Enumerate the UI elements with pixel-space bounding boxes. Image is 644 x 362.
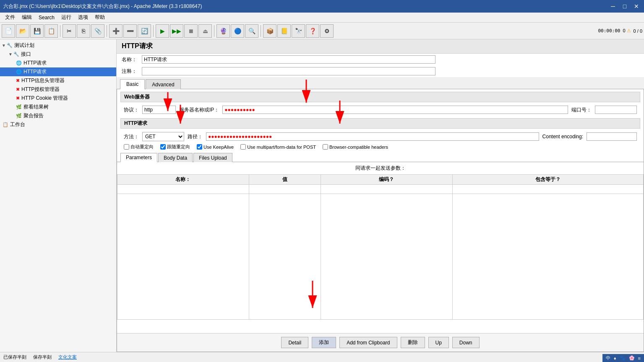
browser-headers-option[interactable]: Browser-compatible headers	[323, 144, 388, 150]
sidebar-item-aggregate[interactable]: 🌿 聚合报告	[0, 111, 116, 120]
sidebar-item-http-cookie[interactable]: ✖ HTTP Cookie 管理器	[0, 94, 116, 103]
workbench-icon: 📋	[3, 122, 8, 127]
follow-redirect-option[interactable]: 跟随重定向	[160, 144, 190, 150]
path-label: 路径：	[188, 133, 203, 140]
multipart-label: Use multipart/form-data for POST	[247, 145, 316, 150]
toolbar-help[interactable]: ❓	[306, 24, 319, 38]
toolbar-remote-start[interactable]: 🔮	[216, 24, 230, 38]
toolbar-copy[interactable]: ⎘	[77, 24, 90, 38]
sidebar-item-view-results[interactable]: 🌿 察看结果树	[0, 103, 116, 111]
sidebar-item-test-plan[interactable]: ▼ 🔧 测试计划	[0, 41, 116, 50]
cell-encoded	[321, 185, 453, 194]
method-select[interactable]: GET POST PUT DELETE HEAD OPTIONS PATCH T…	[142, 132, 184, 141]
title-bar: 六合彩.jmx (C:\Users\jltx1\Desktop\文案文件\六合彩…	[0, 0, 644, 13]
separator-5	[261, 25, 261, 37]
sidebar-label-aggregate: 聚合报告	[23, 112, 44, 119]
comment-input[interactable]	[142, 67, 435, 75]
menu-search[interactable]: Search	[35, 14, 58, 21]
sidebar-item-http-info[interactable]: ✖ HTTP信息头管理器	[0, 76, 116, 85]
toolbar-stop[interactable]: ⏹	[184, 24, 198, 38]
toolbar-shutdown[interactable]: ⏏	[198, 24, 212, 38]
sidebar-item-workbench[interactable]: 📋 工作台	[0, 120, 116, 129]
sidebar-item-http-req-2[interactable]: 🌐 HTTP请求	[0, 67, 116, 76]
multipart-option[interactable]: Use multipart/form-data for POST	[240, 144, 316, 150]
delete-button[interactable]: 删除	[401, 337, 425, 348]
path-input[interactable]	[206, 132, 539, 141]
cell-value-2	[249, 194, 321, 320]
sidebar-item-http-auth[interactable]: ✖ HTTP授权管理器	[0, 85, 116, 94]
toolbar-remote-exit[interactable]: 🔍	[245, 24, 258, 38]
menu-edit[interactable]: 编辑	[18, 13, 35, 22]
minimize-button[interactable]: ─	[609, 2, 617, 10]
detail-button[interactable]: Detail	[281, 337, 308, 348]
cell-encoded-2	[321, 194, 453, 320]
toolbar-save-as[interactable]: 📋	[44, 24, 58, 38]
toolbar-expand[interactable]: ➕	[109, 24, 123, 38]
tab-parameters[interactable]: Parameters	[120, 153, 157, 162]
add-button[interactable]: 添加	[312, 337, 336, 348]
http-info-icon: ✖	[16, 78, 20, 83]
tab-advanced[interactable]: Advanced	[146, 79, 180, 89]
close-button[interactable]: ✕	[632, 2, 641, 10]
browser-headers-checkbox[interactable]	[323, 144, 328, 150]
separator-1	[60, 25, 60, 37]
tab-basic[interactable]: Basic	[120, 79, 145, 89]
toolbar-save[interactable]: 💾	[30, 24, 44, 38]
params-area: 同请求一起发送参数： 名称： 值 编码？ 包含等于？	[117, 162, 644, 333]
toolbar-start[interactable]: ▶	[156, 24, 169, 38]
tab-files-upload[interactable]: Files Upload	[193, 153, 232, 162]
auto-redirect-option[interactable]: 自动重定向	[124, 144, 154, 150]
keep-alive-checkbox[interactable]	[197, 144, 202, 150]
toolbar-clear-all[interactable]: 🔭	[292, 24, 305, 38]
toolbar-function-helper[interactable]: 📒	[277, 24, 291, 38]
sidebar: ▼ 🔧 测试计划 ▼ 🔧 接口 🌐 HTTP请求 🌐 HTTP请求 ✖ HT	[0, 39, 117, 352]
http-request-section-header: HTTP请求	[120, 118, 640, 129]
hostname-label: 服务器名称或IP：	[179, 106, 219, 114]
auto-redirect-checkbox[interactable]	[124, 144, 129, 150]
separator-3	[153, 25, 154, 37]
panel-header: HTTP请求	[117, 39, 644, 54]
method-label: 方法：	[124, 133, 139, 140]
toolbar-open[interactable]: 📂	[16, 24, 29, 38]
port-input[interactable]	[595, 106, 637, 114]
toolbar-cut[interactable]: ✂	[63, 24, 76, 38]
sidebar-item-http-req-1[interactable]: 🌐 HTTP请求	[0, 59, 116, 67]
http-req-2-icon: 🌐	[16, 69, 22, 75]
sidebar-item-interface[interactable]: ▼ 🔧 接口	[0, 50, 116, 59]
tab-body-data[interactable]: Body Data	[158, 153, 193, 162]
web-server-section-header: Web服务器	[120, 92, 640, 102]
down-button[interactable]: Down	[452, 337, 480, 348]
ime-lang[interactable]: 中	[606, 355, 610, 361]
status-item-3[interactable]: 文化文案	[58, 354, 77, 360]
toolbar-settings[interactable]: ⚙	[320, 24, 334, 38]
sidebar-label-http-info: HTTP信息头管理器	[21, 77, 65, 84]
sidebar-label-test-plan: 测试计划	[14, 42, 34, 49]
toolbar-new[interactable]: 📄	[2, 24, 15, 38]
encoding-input[interactable]	[587, 132, 637, 141]
toolbar-template[interactable]: 📦	[263, 24, 276, 38]
http-cookie-icon: ✖	[16, 96, 20, 101]
menu-help[interactable]: 帮助	[91, 13, 108, 22]
toolbar-collapse[interactable]: ➖	[123, 24, 137, 38]
multipart-checkbox[interactable]	[240, 144, 246, 150]
toolbar-paste[interactable]: 📎	[91, 24, 104, 38]
view-results-icon: 🌿	[16, 104, 22, 110]
toolbar-toggle[interactable]: 🔄	[138, 24, 151, 38]
encoding-label: Content encoding:	[542, 134, 583, 140]
toolbar-start-no-pause[interactable]: ▶▶	[170, 24, 183, 38]
menu-file[interactable]: 文件	[2, 13, 18, 22]
protocol-input[interactable]	[142, 106, 176, 114]
name-input[interactable]	[142, 55, 435, 64]
toolbar-remote-stop[interactable]: 🔵	[231, 24, 244, 38]
up-button[interactable]: Up	[428, 337, 449, 348]
keep-alive-option[interactable]: Use KeepAlive	[197, 144, 234, 150]
add-clipboard-button[interactable]: Add from Clipboard	[339, 337, 397, 348]
table-row-empty-1	[117, 185, 644, 194]
hostname-input[interactable]	[222, 106, 568, 114]
follow-redirect-checkbox[interactable]	[160, 144, 166, 150]
cell-name-2	[117, 194, 249, 320]
menu-options[interactable]: 选项	[75, 13, 91, 22]
expand-icon: ▼	[2, 43, 6, 48]
maximize-button[interactable]: □	[621, 2, 629, 10]
menu-run[interactable]: 运行	[58, 13, 75, 22]
